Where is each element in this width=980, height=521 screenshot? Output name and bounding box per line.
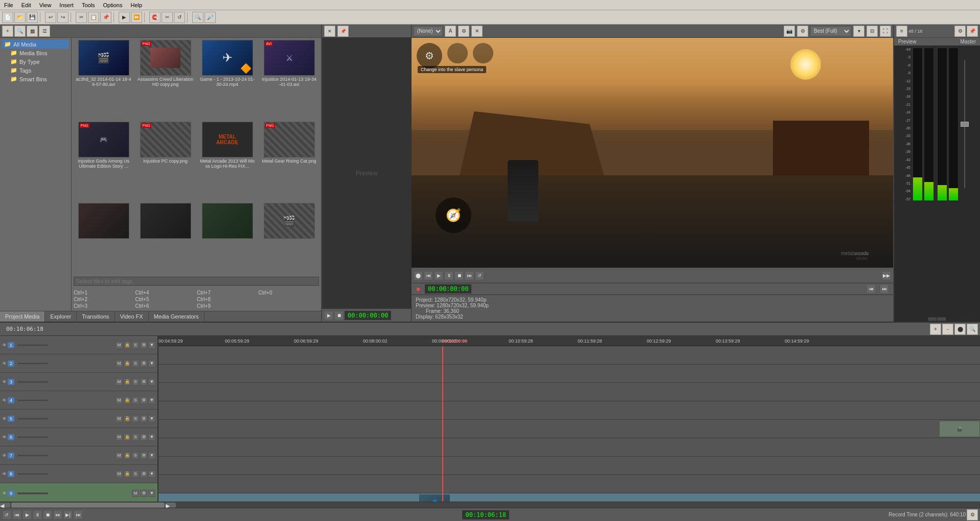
track-expand-2[interactable]: ▼ [148, 360, 155, 367]
track-vol-2[interactable] [17, 363, 48, 365]
shortcut[interactable]: Ctrl+2 [74, 297, 134, 302]
media-item[interactable]: PNG Injustice PC copy.png [135, 122, 195, 201]
menu-tools[interactable]: Tools [78, 1, 99, 9]
shortcut[interactable]: Ctrl+3 [74, 303, 134, 309]
track-solo-8[interactable]: S [132, 470, 139, 478]
track-settings-8[interactable]: ⚙ [140, 470, 147, 478]
shortcut[interactable]: Ctrl+4 [135, 290, 196, 296]
track-eye-4[interactable]: 👁 [2, 398, 7, 403]
media-item[interactable]: ✈ 🔶 Game - 1 - 2013-10-24 01-30-24.mp4 [197, 40, 257, 120]
tl-stop[interactable]: ⏹ [43, 510, 52, 519]
preview-tb1[interactable]: A [445, 26, 456, 37]
track-solo-4[interactable]: S [132, 397, 139, 404]
track-settings-2[interactable]: ⚙ [140, 360, 147, 367]
play-btn[interactable]: ▶ [434, 271, 443, 280]
media-item[interactable] [74, 203, 133, 273]
track-eye-9[interactable]: 👁 [2, 491, 7, 496]
track-vol-6[interactable] [17, 436, 48, 438]
track-mute-3[interactable]: M [116, 378, 123, 386]
preview-tb3[interactable]: ✕ [471, 26, 483, 37]
shortcut[interactable]: Ctrl+1 [74, 290, 134, 296]
preview-dropdown[interactable]: (None) [414, 26, 443, 36]
mark-in[interactable]: ⬤ [414, 271, 423, 280]
save-button[interactable]: 💾 [27, 12, 38, 23]
track-lane-6[interactable] [158, 438, 980, 457]
track-lane-7[interactable] [158, 457, 980, 475]
open-button[interactable]: 📂 [14, 12, 26, 23]
meter-ctrl-l[interactable] [928, 318, 937, 321]
zoom-in-button[interactable]: 🔍 [192, 12, 203, 23]
tag-input[interactable] [74, 277, 319, 286]
track-vol-3[interactable] [17, 381, 48, 383]
preview-tb6[interactable]: ▾ [853, 26, 864, 37]
render-button[interactable]: ▶ [119, 12, 130, 23]
tl-tb2[interactable]: - [942, 324, 953, 335]
track-solo-2[interactable]: S [132, 360, 139, 367]
tree-media-bins[interactable]: 📁 Media Bins [2, 49, 69, 57]
track-expand-5[interactable]: ▼ [148, 415, 155, 422]
quality-select[interactable]: Best (Full) [810, 26, 851, 36]
track-lane-2[interactable] [158, 365, 980, 383]
tl-tb3[interactable]: ⬤ [954, 324, 966, 335]
track-lane-4[interactable] [158, 401, 980, 420]
track-eye-8[interactable]: 👁 [2, 471, 7, 477]
tree-smart-bins[interactable]: 📁 Smart Bins [2, 75, 69, 83]
undo-button[interactable]: ↩ [45, 12, 56, 23]
track-eye-5[interactable]: 👁 [2, 416, 7, 421]
menu-edit[interactable]: Edit [17, 1, 35, 9]
tab-transitions[interactable]: Transitions [77, 311, 115, 322]
zoom-out-button[interactable]: 🔎 [204, 12, 216, 23]
tab-media-generators[interactable]: Media Generators [149, 311, 204, 322]
track-expand-9[interactable]: ▼ [148, 490, 155, 497]
track-vol-9[interactable] [17, 492, 48, 494]
track-lock-7[interactable]: 🔒 [124, 452, 131, 459]
track-expand-1[interactable]: ▼ [148, 342, 155, 349]
track-lane-5[interactable]: 🎬 [158, 420, 980, 438]
tab-project-media[interactable]: Project Media [0, 311, 45, 322]
tl-rewind[interactable]: ⏮ [12, 510, 21, 519]
shortcut[interactable]: Ctrl+0 [259, 290, 320, 296]
tl-ffwd[interactable]: ⏭ [53, 510, 62, 519]
track-lock-1[interactable]: 🔒 [124, 342, 131, 349]
stop-btn-prev[interactable]: ⏹ [334, 311, 344, 320]
track-vol-7[interactable] [17, 455, 48, 457]
media-item[interactable]: 🎬 [259, 203, 319, 273]
play-from-start[interactable]: ⏮ [424, 271, 433, 280]
track-lane-8[interactable] [158, 475, 980, 493]
track-mute-2[interactable]: M [116, 360, 123, 367]
track-mute-5[interactable]: M [116, 415, 123, 422]
track-lane-3[interactable] [158, 383, 980, 401]
track-eye-6[interactable]: 👁 [2, 435, 7, 440]
tl-pause[interactable]: ⏸ [33, 510, 42, 519]
tree-tags[interactable]: 📁 Tags [2, 66, 69, 75]
preview-pin[interactable]: 📌 [337, 26, 349, 37]
split-button[interactable]: ✂ [162, 12, 173, 23]
track-settings-7[interactable]: ⚙ [140, 452, 147, 459]
track-eye-2[interactable]: 👁 [2, 361, 7, 366]
track-expand-6[interactable]: ▼ [148, 434, 155, 441]
shortcut[interactable]: Ctrl+6 [135, 303, 196, 309]
media-item[interactable] [135, 203, 195, 273]
track-mute-7[interactable]: M [116, 452, 123, 459]
meter-btn[interactable]: ≡ [896, 26, 907, 37]
preview-split[interactable]: ⊟ [867, 26, 878, 37]
copy-button[interactable]: 📋 [88, 12, 99, 23]
shortcut[interactable]: Ctrl+8 [197, 297, 258, 302]
track-settings-1[interactable]: ⚙ [140, 342, 147, 349]
master-pin[interactable]: 📌 [967, 26, 978, 37]
track-vol-5[interactable] [17, 418, 48, 420]
track-expand-7[interactable]: ▼ [148, 452, 155, 459]
import-button[interactable]: + [2, 26, 13, 37]
preview-tb2[interactable]: ⚙ [458, 26, 469, 37]
tl-settings[interactable]: ⚙ [967, 509, 978, 520]
track-eye-1[interactable]: 👁 [2, 343, 7, 348]
tree-by-type[interactable]: 📁 By Type [2, 57, 69, 66]
track-eye-7[interactable]: 👁 [2, 453, 7, 458]
track-eye-3[interactable]: 👁 [2, 379, 7, 384]
new-button[interactable]: 📄 [2, 12, 13, 23]
preview-fullscreen[interactable]: ⛶ [880, 26, 891, 37]
menu-insert[interactable]: Insert [55, 1, 78, 9]
track-solo-5[interactable]: S [132, 415, 139, 422]
preview-tb5[interactable]: ⚙ [797, 26, 808, 37]
media-item[interactable] [197, 203, 257, 273]
